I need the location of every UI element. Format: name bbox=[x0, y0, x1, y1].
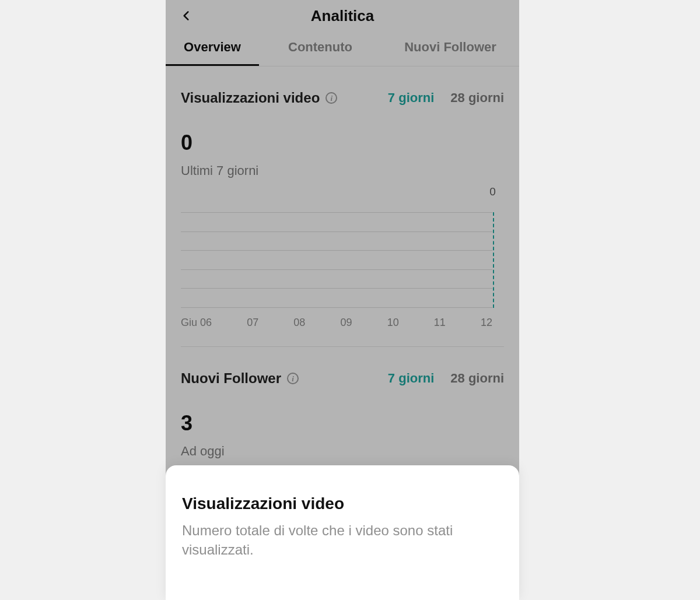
section-title-wrap: Nuovi Follower i bbox=[181, 370, 299, 387]
section-head: Visualizzazioni video i 7 giorni 28 gior… bbox=[181, 90, 504, 106]
info-icon[interactable]: i bbox=[326, 92, 337, 104]
section-head: Nuovi Follower i 7 giorni 28 giorni bbox=[181, 370, 504, 387]
xaxis-tick: 12 bbox=[481, 317, 492, 329]
video-views-sub: Ultimi 7 giorni bbox=[181, 163, 504, 178]
tab-overview[interactable]: Overview bbox=[166, 31, 259, 66]
sheet-title: Visualizzazioni video bbox=[182, 494, 503, 513]
info-sheet[interactable]: Visualizzazioni video Numero totale di v… bbox=[166, 465, 519, 600]
xaxis-tick: Giu 06 bbox=[181, 317, 212, 329]
xaxis-tick: 08 bbox=[293, 317, 305, 329]
chart-grid bbox=[181, 212, 492, 308]
xaxis-tick: 10 bbox=[387, 317, 399, 329]
followers-title: Nuovi Follower bbox=[181, 370, 281, 387]
chevron-left-icon bbox=[180, 8, 192, 24]
xaxis-tick: 07 bbox=[247, 317, 258, 329]
chart-xaxis: Giu 06070809101112 bbox=[181, 317, 492, 329]
gridline bbox=[181, 250, 492, 251]
chart-marker-label: 0 bbox=[489, 185, 496, 198]
page-title: Analitica bbox=[311, 7, 374, 25]
back-button[interactable] bbox=[177, 7, 195, 24]
range-7-days[interactable]: 7 giorni bbox=[388, 371, 434, 386]
gridline bbox=[181, 307, 492, 308]
tab-nuovi-follower[interactable]: Nuovi Follower bbox=[382, 31, 519, 66]
header: Analitica bbox=[166, 0, 519, 31]
gridline bbox=[181, 231, 492, 232]
xaxis-tick: 11 bbox=[434, 317, 446, 329]
followers-value: 3 bbox=[181, 411, 504, 436]
range-selector: 7 giorni 28 giorni bbox=[388, 90, 504, 106]
section-divider bbox=[181, 346, 504, 347]
video-views-value: 0 bbox=[181, 131, 504, 155]
gridline bbox=[181, 269, 492, 270]
section-video-views: Visualizzazioni video i 7 giorni 28 gior… bbox=[166, 90, 519, 329]
section-followers: Nuovi Follower i 7 giorni 28 giorni 3 Ad… bbox=[166, 370, 519, 459]
gridline bbox=[181, 212, 492, 213]
range-selector: 7 giorni 28 giorni bbox=[388, 371, 504, 386]
video-views-chart: 0 Giu 06070809101112 bbox=[181, 201, 504, 329]
chart-marker bbox=[493, 212, 494, 308]
followers-sub: Ad oggi bbox=[181, 444, 504, 459]
video-views-title: Visualizzazioni video bbox=[181, 90, 320, 106]
range-7-days[interactable]: 7 giorni bbox=[388, 90, 434, 106]
gridline bbox=[181, 288, 492, 289]
xaxis-tick: 09 bbox=[340, 317, 352, 329]
range-28-days[interactable]: 28 giorni bbox=[450, 371, 504, 386]
info-icon[interactable]: i bbox=[287, 373, 299, 384]
section-title-wrap: Visualizzazioni video i bbox=[181, 90, 337, 106]
range-28-days[interactable]: 28 giorni bbox=[450, 90, 504, 106]
app-screen: Analitica Overview Contenuto Nuovi Follo… bbox=[166, 0, 519, 600]
tab-contenuto[interactable]: Contenuto bbox=[259, 31, 382, 66]
tabs: Overview Contenuto Nuovi Follower bbox=[166, 31, 519, 66]
sheet-body: Numero totale di volte che i video sono … bbox=[182, 521, 503, 559]
